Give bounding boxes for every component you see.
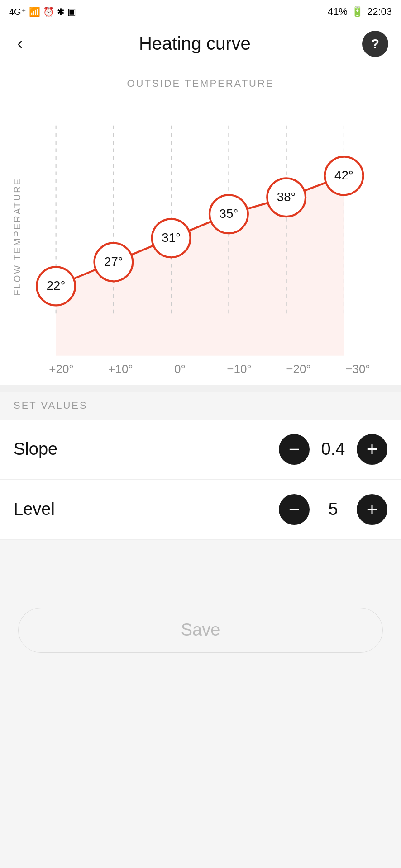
chart-area: 22° 27° 31° 35° 38° 42° +20° [27, 97, 392, 376]
signal-bars: 📶 [29, 6, 40, 17]
x-axis-title: OUTSIDE TEMPERATURE [9, 78, 392, 90]
label-42: 42° [334, 168, 353, 182]
time-display: 22:03 [367, 6, 392, 18]
slope-controls: − 0.4 + [279, 434, 387, 465]
heating-curve-chart: 22° 27° 31° 35° 38° 42° [27, 97, 392, 356]
back-button[interactable]: ‹ [13, 29, 28, 58]
status-right: 41% 🔋 22:03 [328, 6, 392, 18]
level-increment-button[interactable]: + [357, 494, 387, 525]
bottom-section: Save [0, 540, 401, 675]
battery-icon: 🔋 [351, 6, 363, 18]
battery-percent: 41% [328, 6, 348, 18]
y-axis-title: FLOW TEMPERATURE [12, 178, 23, 296]
label-22: 22° [47, 278, 66, 292]
nfc-icon: ▣ [67, 6, 76, 17]
separator-1 [0, 385, 401, 392]
x-label-4: −20° [281, 362, 317, 376]
label-38: 38° [277, 190, 296, 204]
chart-wrapper: FLOW TEMPERATURE 22° [9, 97, 392, 376]
slope-row: Slope − 0.4 + [0, 420, 401, 480]
label-27: 27° [104, 255, 123, 269]
help-button[interactable]: ? [362, 31, 388, 57]
level-controls: − 5 + [279, 494, 387, 525]
x-label-3: −10° [221, 362, 258, 376]
x-label-1: +10° [103, 362, 139, 376]
set-values-header: SET VALUES [0, 392, 401, 420]
top-nav: ‹ Heating curve ? [0, 24, 401, 64]
slope-label: Slope [14, 439, 279, 459]
status-bar: 4G⁺ 📶 ⏰ ✱ ▣ 41% 🔋 22:03 [0, 0, 401, 24]
level-decrement-button[interactable]: − [279, 494, 310, 525]
x-axis-labels: +20° +10° 0° −10° −20° −30° [27, 362, 392, 376]
signal-icon: 4G⁺ [9, 6, 26, 17]
alarm-icon: ⏰ [43, 6, 54, 17]
x-label-2: 0° [162, 362, 198, 376]
status-left: 4G⁺ 📶 ⏰ ✱ ▣ [9, 6, 76, 17]
save-button[interactable]: Save [18, 608, 383, 653]
slope-decrement-button[interactable]: − [279, 434, 310, 465]
label-35: 35° [220, 207, 239, 221]
level-row: Level − 5 + [0, 480, 401, 540]
x-label-0: +20° [43, 362, 80, 376]
slope-increment-button[interactable]: + [357, 434, 387, 465]
y-label-container: FLOW TEMPERATURE [9, 97, 25, 376]
slope-value: 0.4 [320, 439, 347, 459]
chart-section: OUTSIDE TEMPERATURE FLOW TEMPERATURE [0, 64, 401, 385]
page-title: Heating curve [139, 33, 251, 54]
x-label-5: −30° [340, 362, 376, 376]
level-value: 5 [320, 500, 347, 519]
label-31: 31° [162, 231, 181, 245]
level-label: Level [14, 500, 279, 519]
bluetooth-icon: ✱ [57, 6, 65, 17]
